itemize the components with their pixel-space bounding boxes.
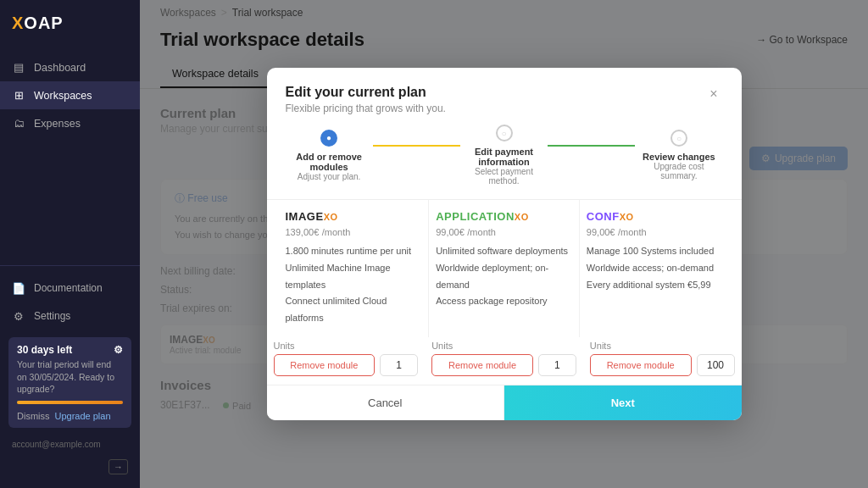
- configxo-price: 99,00€ /month: [587, 226, 723, 238]
- applicationxo-price: 99,00€ /month: [436, 226, 572, 238]
- trial-box: 30 days left ⚙ Your trial period will en…: [8, 337, 131, 428]
- configxo-features: Manage 100 Systems included Worldwide ac…: [587, 243, 723, 293]
- sidebar-label-documentation: Documentation: [34, 282, 103, 294]
- step-edit-payment: ○ Edit payment information Select paymen…: [460, 125, 548, 186]
- step-2-circle: ○: [496, 125, 513, 141]
- step-3-sublabel: Upgrade cost summary.: [635, 162, 722, 180]
- imagexo-units-input[interactable]: [380, 354, 418, 376]
- sidebar-label-workspaces: Workspaces: [34, 90, 92, 102]
- modules-bottom-row: Units Remove module Units Remove module …: [267, 337, 742, 385]
- trial-progress-bar: [17, 401, 123, 404]
- applicationxo-units-input[interactable]: [538, 354, 576, 376]
- step-3-label: Review changes: [643, 152, 715, 162]
- sidebar-item-workspaces[interactable]: ⊞ Workspaces: [0, 81, 140, 109]
- logo-x: X: [12, 14, 24, 32]
- documentation-icon: 📄: [12, 282, 25, 295]
- modal-title: Edit your current plan: [286, 85, 446, 100]
- step-line-1: [373, 145, 460, 147]
- imagexo-bottom: Units Remove module: [267, 337, 426, 385]
- sidebar-expand-button[interactable]: →: [108, 459, 128, 474]
- workspaces-icon: ⊞: [12, 89, 25, 102]
- sidebar-label-settings: Settings: [34, 310, 70, 322]
- next-button[interactable]: Next: [504, 385, 742, 420]
- imagexo-brand: IMAGEXO: [286, 210, 422, 223]
- sidebar-label-expenses: Expenses: [34, 118, 81, 130]
- sidebar-item-settings[interactable]: ⚙ Settings: [0, 302, 140, 330]
- trial-dismiss-button[interactable]: Dismiss: [17, 411, 50, 421]
- modal-footer: Cancel Next: [267, 385, 742, 420]
- logo-oap: OAP: [24, 14, 63, 32]
- configxo-brand: CONFXO: [587, 210, 723, 223]
- module-applicationxo: APPLICATIONXO 99,00€ /month Unlimited so…: [429, 200, 580, 337]
- module-imagexo: IMAGEXO 139,00€ /month 1.800 minutes run…: [279, 200, 430, 337]
- modal-overlay: Edit your current plan Flexible pricing …: [140, 0, 868, 488]
- step-1-sublabel: Adjust your plan.: [298, 172, 361, 181]
- modal-subtitle: Flexible pricing that grows with you.: [286, 103, 446, 114]
- modal-close-button[interactable]: ×: [704, 85, 722, 103]
- step-3-circle: ○: [670, 130, 687, 147]
- sidebar-expand: →: [0, 454, 140, 480]
- expenses-icon: 🗂: [12, 117, 25, 130]
- module-configxo: CONFXO 99,00€ /month Manage 100 Systems …: [580, 200, 730, 337]
- dashboard-icon: ▤: [12, 61, 25, 74]
- sidebar-item-dashboard[interactable]: ▤ Dashboard: [0, 53, 140, 81]
- configxo-units-label: Units: [590, 341, 735, 351]
- configxo-remove-button[interactable]: Remove module: [590, 354, 692, 376]
- edit-plan-modal: Edit your current plan Flexible pricing …: [267, 68, 742, 420]
- trial-progress-fill: [17, 401, 123, 404]
- trial-text: Your trial period will end on 30/05/2024…: [17, 358, 123, 396]
- settings-icon: ⚙: [12, 310, 25, 323]
- sidebar-label-dashboard: Dashboard: [34, 62, 86, 74]
- logo: XOAP: [0, 0, 140, 47]
- sidebar-bottom: 📄 Documentation ⚙ Settings 30 days left …: [0, 265, 140, 488]
- step-1-label: Add or remove modules: [286, 152, 373, 172]
- step-line-2: [548, 145, 635, 147]
- step-2-label: Edit payment information: [460, 147, 548, 167]
- cancel-button[interactable]: Cancel: [267, 385, 505, 420]
- steps: ● Add or remove modules Adjust your plan…: [267, 125, 742, 199]
- step-2-sublabel: Select payment method.: [460, 167, 548, 186]
- sidebar-nav: ▤ Dashboard ⊞ Workspaces 🗂 Expenses: [0, 47, 140, 265]
- imagexo-price: 139,00€ /month: [286, 226, 422, 238]
- applicationxo-brand: APPLICATIONXO: [436, 210, 572, 223]
- imagexo-features: 1.800 minutes runtime per unit Unlimited…: [286, 243, 422, 327]
- trial-gear-icon: ⚙: [114, 344, 123, 356]
- sidebar-email: account@example.com: [0, 435, 140, 454]
- imagexo-remove-button[interactable]: Remove module: [274, 354, 376, 376]
- sidebar-item-documentation[interactable]: 📄 Documentation: [0, 274, 140, 302]
- step-1-circle: ●: [320, 130, 337, 147]
- applicationxo-bottom: Units Remove module: [425, 337, 583, 385]
- step-review: ○ Review changes Upgrade cost summary.: [635, 130, 722, 180]
- trial-actions: Dismiss Upgrade plan: [17, 411, 123, 421]
- main-content: Workspaces > Trial workspace Trial works…: [140, 0, 868, 488]
- sidebar-item-expenses[interactable]: 🗂 Expenses: [0, 109, 140, 137]
- configxo-units-input[interactable]: [697, 354, 735, 376]
- applicationxo-features: Unlimited software deployments Worldwide…: [436, 243, 572, 310]
- modules-grid: IMAGEXO 139,00€ /month 1.800 minutes run…: [267, 199, 742, 337]
- trial-days: 30 days left: [17, 344, 72, 356]
- applicationxo-units-label: Units: [431, 341, 576, 351]
- sidebar: XOAP ▤ Dashboard ⊞ Workspaces 🗂 Expenses…: [0, 0, 140, 488]
- applicationxo-remove-button[interactable]: Remove module: [431, 354, 533, 376]
- configxo-bottom: Units Remove module: [583, 337, 742, 385]
- step-add-remove: ● Add or remove modules Adjust your plan…: [286, 130, 373, 181]
- trial-upgrade-button[interactable]: Upgrade plan: [55, 411, 111, 421]
- imagexo-units-label: Units: [274, 341, 419, 351]
- modal-header: Edit your current plan Flexible pricing …: [267, 68, 742, 125]
